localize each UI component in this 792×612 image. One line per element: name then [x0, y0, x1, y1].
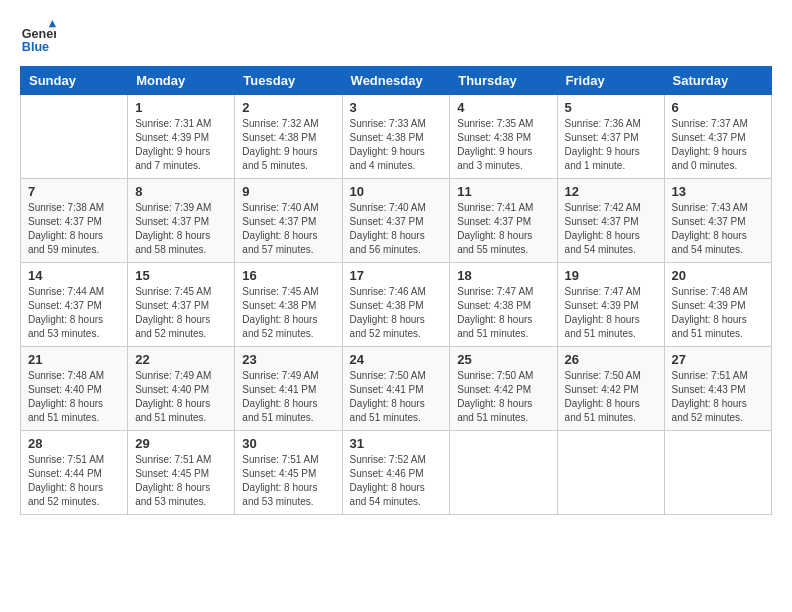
day-cell: 3Sunrise: 7:33 AM Sunset: 4:38 PM Daylig…	[342, 95, 450, 179]
week-row-2: 7Sunrise: 7:38 AM Sunset: 4:37 PM Daylig…	[21, 179, 772, 263]
day-cell	[664, 431, 771, 515]
day-cell: 2Sunrise: 7:32 AM Sunset: 4:38 PM Daylig…	[235, 95, 342, 179]
header-friday: Friday	[557, 67, 664, 95]
day-cell: 28Sunrise: 7:51 AM Sunset: 4:44 PM Dayli…	[21, 431, 128, 515]
day-info: Sunrise: 7:49 AM Sunset: 4:40 PM Dayligh…	[135, 369, 227, 425]
day-info: Sunrise: 7:50 AM Sunset: 4:41 PM Dayligh…	[350, 369, 443, 425]
day-cell: 23Sunrise: 7:49 AM Sunset: 4:41 PM Dayli…	[235, 347, 342, 431]
calendar-header-row: SundayMondayTuesdayWednesdayThursdayFrid…	[21, 67, 772, 95]
calendar-table: SundayMondayTuesdayWednesdayThursdayFrid…	[20, 66, 772, 515]
day-number: 30	[242, 436, 334, 451]
day-info: Sunrise: 7:45 AM Sunset: 4:38 PM Dayligh…	[242, 285, 334, 341]
day-info: Sunrise: 7:42 AM Sunset: 4:37 PM Dayligh…	[565, 201, 657, 257]
day-cell: 1Sunrise: 7:31 AM Sunset: 4:39 PM Daylig…	[128, 95, 235, 179]
day-cell: 27Sunrise: 7:51 AM Sunset: 4:43 PM Dayli…	[664, 347, 771, 431]
day-cell	[21, 95, 128, 179]
day-info: Sunrise: 7:41 AM Sunset: 4:37 PM Dayligh…	[457, 201, 549, 257]
header-sunday: Sunday	[21, 67, 128, 95]
day-cell: 5Sunrise: 7:36 AM Sunset: 4:37 PM Daylig…	[557, 95, 664, 179]
day-cell: 25Sunrise: 7:50 AM Sunset: 4:42 PM Dayli…	[450, 347, 557, 431]
logo: General Blue	[20, 20, 56, 56]
day-cell: 21Sunrise: 7:48 AM Sunset: 4:40 PM Dayli…	[21, 347, 128, 431]
day-info: Sunrise: 7:48 AM Sunset: 4:39 PM Dayligh…	[672, 285, 764, 341]
day-cell: 6Sunrise: 7:37 AM Sunset: 4:37 PM Daylig…	[664, 95, 771, 179]
day-info: Sunrise: 7:47 AM Sunset: 4:38 PM Dayligh…	[457, 285, 549, 341]
day-cell: 14Sunrise: 7:44 AM Sunset: 4:37 PM Dayli…	[21, 263, 128, 347]
day-cell: 17Sunrise: 7:46 AM Sunset: 4:38 PM Dayli…	[342, 263, 450, 347]
day-info: Sunrise: 7:33 AM Sunset: 4:38 PM Dayligh…	[350, 117, 443, 173]
header-saturday: Saturday	[664, 67, 771, 95]
day-number: 28	[28, 436, 120, 451]
day-info: Sunrise: 7:51 AM Sunset: 4:44 PM Dayligh…	[28, 453, 120, 509]
day-number: 11	[457, 184, 549, 199]
svg-text:Blue: Blue	[22, 40, 49, 54]
day-number: 27	[672, 352, 764, 367]
week-row-4: 21Sunrise: 7:48 AM Sunset: 4:40 PM Dayli…	[21, 347, 772, 431]
day-number: 14	[28, 268, 120, 283]
day-cell: 20Sunrise: 7:48 AM Sunset: 4:39 PM Dayli…	[664, 263, 771, 347]
day-cell: 12Sunrise: 7:42 AM Sunset: 4:37 PM Dayli…	[557, 179, 664, 263]
day-info: Sunrise: 7:39 AM Sunset: 4:37 PM Dayligh…	[135, 201, 227, 257]
day-info: Sunrise: 7:48 AM Sunset: 4:40 PM Dayligh…	[28, 369, 120, 425]
day-info: Sunrise: 7:43 AM Sunset: 4:37 PM Dayligh…	[672, 201, 764, 257]
day-cell: 19Sunrise: 7:47 AM Sunset: 4:39 PM Dayli…	[557, 263, 664, 347]
day-number: 7	[28, 184, 120, 199]
day-cell: 31Sunrise: 7:52 AM Sunset: 4:46 PM Dayli…	[342, 431, 450, 515]
week-row-1: 1Sunrise: 7:31 AM Sunset: 4:39 PM Daylig…	[21, 95, 772, 179]
day-cell: 4Sunrise: 7:35 AM Sunset: 4:38 PM Daylig…	[450, 95, 557, 179]
day-info: Sunrise: 7:50 AM Sunset: 4:42 PM Dayligh…	[565, 369, 657, 425]
day-cell: 9Sunrise: 7:40 AM Sunset: 4:37 PM Daylig…	[235, 179, 342, 263]
header-thursday: Thursday	[450, 67, 557, 95]
logo-icon: General Blue	[20, 20, 56, 56]
day-number: 8	[135, 184, 227, 199]
day-cell: 22Sunrise: 7:49 AM Sunset: 4:40 PM Dayli…	[128, 347, 235, 431]
day-number: 21	[28, 352, 120, 367]
day-cell: 15Sunrise: 7:45 AM Sunset: 4:37 PM Dayli…	[128, 263, 235, 347]
day-info: Sunrise: 7:51 AM Sunset: 4:45 PM Dayligh…	[242, 453, 334, 509]
day-number: 25	[457, 352, 549, 367]
day-cell: 29Sunrise: 7:51 AM Sunset: 4:45 PM Dayli…	[128, 431, 235, 515]
day-info: Sunrise: 7:35 AM Sunset: 4:38 PM Dayligh…	[457, 117, 549, 173]
day-number: 24	[350, 352, 443, 367]
day-info: Sunrise: 7:40 AM Sunset: 4:37 PM Dayligh…	[242, 201, 334, 257]
day-number: 10	[350, 184, 443, 199]
day-info: Sunrise: 7:51 AM Sunset: 4:43 PM Dayligh…	[672, 369, 764, 425]
day-number: 18	[457, 268, 549, 283]
day-number: 13	[672, 184, 764, 199]
day-cell	[450, 431, 557, 515]
day-cell: 18Sunrise: 7:47 AM Sunset: 4:38 PM Dayli…	[450, 263, 557, 347]
day-number: 23	[242, 352, 334, 367]
day-info: Sunrise: 7:31 AM Sunset: 4:39 PM Dayligh…	[135, 117, 227, 173]
day-number: 20	[672, 268, 764, 283]
day-number: 17	[350, 268, 443, 283]
week-row-5: 28Sunrise: 7:51 AM Sunset: 4:44 PM Dayli…	[21, 431, 772, 515]
day-cell: 13Sunrise: 7:43 AM Sunset: 4:37 PM Dayli…	[664, 179, 771, 263]
day-cell: 26Sunrise: 7:50 AM Sunset: 4:42 PM Dayli…	[557, 347, 664, 431]
day-number: 26	[565, 352, 657, 367]
day-cell: 30Sunrise: 7:51 AM Sunset: 4:45 PM Dayli…	[235, 431, 342, 515]
day-info: Sunrise: 7:36 AM Sunset: 4:37 PM Dayligh…	[565, 117, 657, 173]
day-cell	[557, 431, 664, 515]
header-monday: Monday	[128, 67, 235, 95]
day-number: 29	[135, 436, 227, 451]
day-info: Sunrise: 7:52 AM Sunset: 4:46 PM Dayligh…	[350, 453, 443, 509]
header-wednesday: Wednesday	[342, 67, 450, 95]
day-number: 2	[242, 100, 334, 115]
day-info: Sunrise: 7:40 AM Sunset: 4:37 PM Dayligh…	[350, 201, 443, 257]
day-cell: 8Sunrise: 7:39 AM Sunset: 4:37 PM Daylig…	[128, 179, 235, 263]
day-info: Sunrise: 7:51 AM Sunset: 4:45 PM Dayligh…	[135, 453, 227, 509]
day-number: 22	[135, 352, 227, 367]
day-number: 15	[135, 268, 227, 283]
day-cell: 24Sunrise: 7:50 AM Sunset: 4:41 PM Dayli…	[342, 347, 450, 431]
calendar-body: 1Sunrise: 7:31 AM Sunset: 4:39 PM Daylig…	[21, 95, 772, 515]
day-cell: 10Sunrise: 7:40 AM Sunset: 4:37 PM Dayli…	[342, 179, 450, 263]
day-number: 1	[135, 100, 227, 115]
svg-marker-2	[49, 20, 56, 27]
day-info: Sunrise: 7:38 AM Sunset: 4:37 PM Dayligh…	[28, 201, 120, 257]
day-info: Sunrise: 7:44 AM Sunset: 4:37 PM Dayligh…	[28, 285, 120, 341]
day-number: 4	[457, 100, 549, 115]
page-header: General Blue	[20, 20, 772, 56]
day-number: 16	[242, 268, 334, 283]
day-cell: 7Sunrise: 7:38 AM Sunset: 4:37 PM Daylig…	[21, 179, 128, 263]
day-cell: 11Sunrise: 7:41 AM Sunset: 4:37 PM Dayli…	[450, 179, 557, 263]
